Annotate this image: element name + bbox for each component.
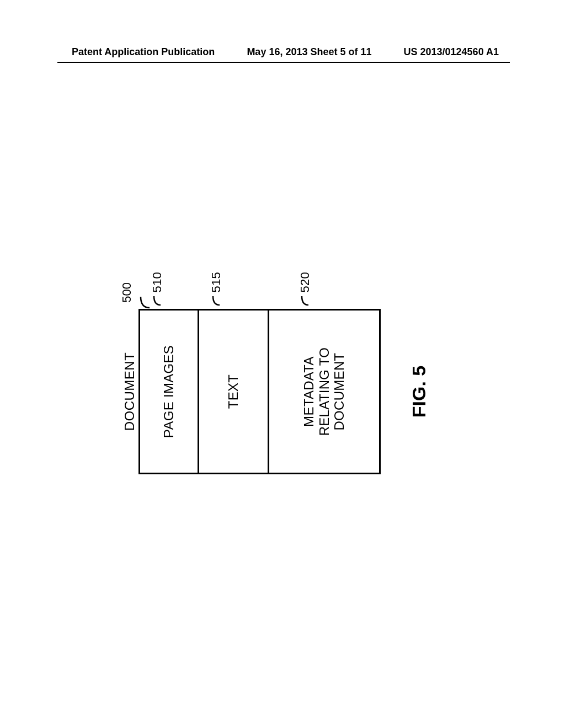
header-rule <box>57 62 510 63</box>
patent-header: Patent Application Publication May 16, 2… <box>0 46 565 58</box>
ref-510-connector <box>152 295 163 306</box>
box-page-images: PAGE IMAGES 510 <box>138 309 199 474</box>
box-page-images-label: PAGE IMAGES <box>161 345 177 438</box>
ref-500: 500 <box>120 282 134 303</box>
ref-515-connector <box>211 295 222 306</box>
block-stack: 500 PAGE IMAGES 510 TEXT <box>138 309 381 474</box>
box-text-label: TEXT <box>226 374 241 409</box>
ref-520: 520 <box>298 272 312 306</box>
ref-510: 510 <box>150 272 164 306</box>
ref-515: 515 <box>209 272 223 306</box>
box-metadata-label: METADATA RELATING TO DOCUMENT <box>301 347 347 436</box>
header-left: Patent Application Publication <box>72 46 215 58</box>
figure-5: DOCUMENT 500 PAGE IMAGES 510 TEXT <box>122 237 430 546</box>
box-metadata: METADATA RELATING TO DOCUMENT 520 <box>268 309 381 474</box>
ref-520-text: 520 <box>298 272 312 293</box>
ref-500-connector <box>137 296 151 309</box>
ref-515-text: 515 <box>209 272 223 293</box>
header-right: US 2013/0124560 A1 <box>404 46 499 58</box>
ref-510-text: 510 <box>150 272 164 293</box>
ref-520-connector <box>300 295 311 306</box>
box-text: TEXT 515 <box>198 309 269 474</box>
header-center: May 16, 2013 Sheet 5 of 11 <box>247 46 371 58</box>
figure-caption: FIG. 5 <box>408 237 430 546</box>
